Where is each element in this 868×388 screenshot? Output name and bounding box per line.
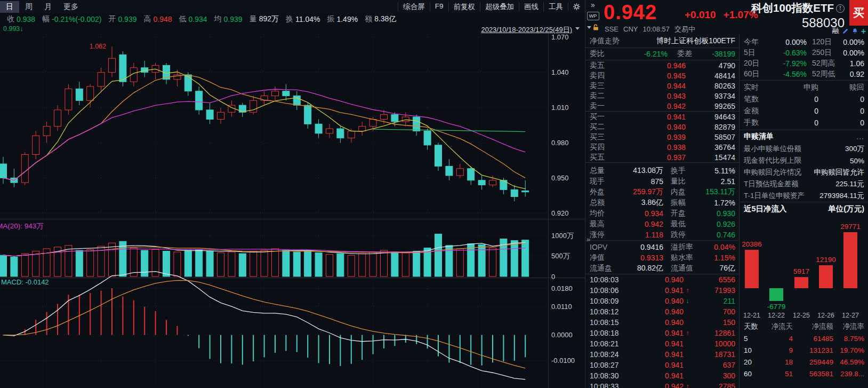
stat-value: 0.746 xyxy=(702,231,735,239)
order-book-row[interactable]: 买四0.93836764 xyxy=(585,142,740,152)
ohlc-legend: 收0.938幅-0.21%(-0.002)开0.939高0.948低0.934均… xyxy=(0,14,396,24)
trade-row: 10:08:300.941300 xyxy=(585,370,740,381)
buy-button[interactable]: 买 xyxy=(849,0,868,26)
dropdown-triangle-icon[interactable] xyxy=(587,26,591,29)
trade-row: 10:08:240.94118731 xyxy=(585,349,740,360)
realtime-value: 0 xyxy=(818,95,864,104)
menu-item-画线[interactable]: 画线 xyxy=(519,2,543,12)
order-book-row[interactable]: 卖三0.94480263 xyxy=(585,81,740,91)
menu-item-超级叠加[interactable]: 超级叠加 xyxy=(480,2,519,12)
stat-row: 外盘259.97万内盘153.11万 xyxy=(585,187,740,197)
flow-bar-date: 12-21 xyxy=(743,312,760,319)
trade-volume: 637 xyxy=(692,361,735,369)
level-label: 卖五 xyxy=(590,61,614,70)
flow-net-rate: 8.75% xyxy=(833,335,864,343)
legend-value: 1.49% xyxy=(336,15,358,23)
change-value: +0.010 xyxy=(685,9,716,20)
stat-label: 开盘 xyxy=(671,209,702,218)
level-volume: 94643 xyxy=(686,113,735,121)
flow-col: 净流额 xyxy=(793,322,833,331)
order-book-row[interactable]: 买三0.93958507 xyxy=(585,132,740,142)
legend-key: 收 xyxy=(7,14,14,24)
security-code: 588030 xyxy=(751,15,845,30)
level-label: 买一 xyxy=(590,112,614,122)
trade-time: 10:08:33 xyxy=(590,382,628,388)
trade-volume: 6556 xyxy=(692,275,735,284)
performance-grid: 今年0.00%120日0.00%5日-0.63%250日0.00%20日-7.9… xyxy=(740,34,868,80)
stat-value: 0.9416 xyxy=(614,243,663,251)
tab-period-月[interactable]: 月 xyxy=(38,1,58,13)
order-book-row[interactable]: 买一0.94194643 xyxy=(585,112,740,122)
stat-label: 最高 xyxy=(590,219,614,229)
stat-row: IOPV0.9416溢折率0.04% xyxy=(585,242,740,252)
stat-value: 153.11万 xyxy=(702,187,735,197)
section-chevrons-icon[interactable]: » xyxy=(586,235,590,243)
flow-bar-value: 20386 xyxy=(742,240,762,248)
realtime-row: 笔数00 xyxy=(740,93,868,105)
realtime-col: 赎回 xyxy=(818,83,864,92)
date-range-selector[interactable]: 2023/10/18-2023/12/25(49日) xyxy=(481,25,572,35)
svg-text:0: 0 xyxy=(551,273,555,281)
flow-bar-value: 12190 xyxy=(816,256,836,264)
flow-bar-date: 12-25 xyxy=(793,312,810,319)
legend-value: 0.939 xyxy=(224,15,243,23)
order-book-row[interactable]: 卖四0.94548414 xyxy=(585,70,740,81)
realtime-col: 申购 xyxy=(783,83,818,92)
chevron-down-icon[interactable] xyxy=(575,27,580,30)
stat-label: 总额 xyxy=(590,198,614,208)
menu-item-工具[interactable]: 工具 xyxy=(543,2,568,12)
bell-icon[interactable] xyxy=(851,28,858,35)
pencil-icon[interactable] xyxy=(842,28,849,35)
arrow-down-icon: ↓ xyxy=(684,297,692,305)
stat-row: 均价0.934开盘0.930 xyxy=(585,208,740,219)
flow-table-header: 天数净流天净流额净流率 xyxy=(740,321,868,332)
more-ellipsis[interactable]: ... xyxy=(774,132,864,141)
level-price: 0.945 xyxy=(614,72,686,80)
menu-item-综合屏[interactable]: 综合屏 xyxy=(398,2,430,12)
stat-value: 875 xyxy=(614,177,663,186)
order-book-row[interactable]: 买二0.94082879 xyxy=(585,122,740,132)
tab-period-日[interactable]: 日 xyxy=(0,1,19,13)
trade-row: 10:08:180.941↑12861 xyxy=(585,328,740,338)
menu-item-前复权[interactable]: 前复权 xyxy=(448,2,480,12)
flow-col: 净流率 xyxy=(833,322,864,331)
perf-value: 1.06 xyxy=(843,59,864,68)
trade-volume: 700 xyxy=(692,307,735,316)
level-label: 买四 xyxy=(590,142,614,152)
trade-row: 10:08:330.942↑2785 xyxy=(585,381,740,388)
trade-time: 10:08:30 xyxy=(590,371,628,380)
gear-button[interactable] xyxy=(568,3,585,11)
menu-item-F9[interactable]: F9 xyxy=(430,2,448,12)
fund-link[interactable]: 博时上证科创板100ETF xyxy=(620,36,735,46)
flow-net-rate: 46.59% xyxy=(833,358,864,366)
wp-badge-icon[interactable]: WP xyxy=(587,12,599,20)
trade-volume: 12861 xyxy=(692,329,735,337)
stat-value: 0.926 xyxy=(702,220,735,228)
redemption-row: 最小申赎单位份额300万 xyxy=(740,143,868,155)
collapse-chevrons-icon[interactable]: » xyxy=(586,1,600,9)
tab-period-周[interactable]: 周 xyxy=(19,1,38,13)
stat-label: 涨停 xyxy=(590,230,614,240)
nav-value-link-row[interactable]: 净值走势 博时上证科创板100ETF xyxy=(585,34,740,48)
stat-label: 贴水率 xyxy=(671,253,702,263)
info-icon[interactable]: ! xyxy=(836,4,845,13)
stat-label: 换手 xyxy=(671,166,702,176)
tab-period-更多[interactable]: 更多 xyxy=(58,1,84,13)
flow-col: 净流天 xyxy=(762,322,793,331)
redemption-value: 2793984.11元 xyxy=(805,191,864,201)
add-icon[interactable]: + xyxy=(861,28,866,35)
realtime-label: 金额 xyxy=(744,106,783,116)
arrow-up-icon: ↑ xyxy=(684,383,692,388)
flow-chart-svg[interactable]: 2038612-21-677912-22591712-251219012-262… xyxy=(740,215,868,321)
quote-header: » WP 0.942 +0.010+1.07% SSECNY10:08:57交易… xyxy=(585,0,868,35)
order-book-row[interactable]: 卖五0.9464790 xyxy=(585,60,740,70)
order-book-row[interactable]: 卖二0.94393734 xyxy=(585,91,740,101)
lock-icon[interactable] xyxy=(592,24,599,31)
legend-key: 振 xyxy=(327,14,334,24)
main-chart-svg[interactable]: 1.0701.0401.0100.9800.9500.9201.0621000万… xyxy=(0,33,585,388)
trade-price: 0.940 xyxy=(628,307,684,316)
order-book-row[interactable]: 买五0.93715474 xyxy=(585,152,740,162)
redemption-value: 225.11元 xyxy=(799,179,864,189)
order-book-row[interactable]: 卖一0.94299265 xyxy=(585,101,740,111)
stat-label: 内盘 xyxy=(671,187,702,197)
